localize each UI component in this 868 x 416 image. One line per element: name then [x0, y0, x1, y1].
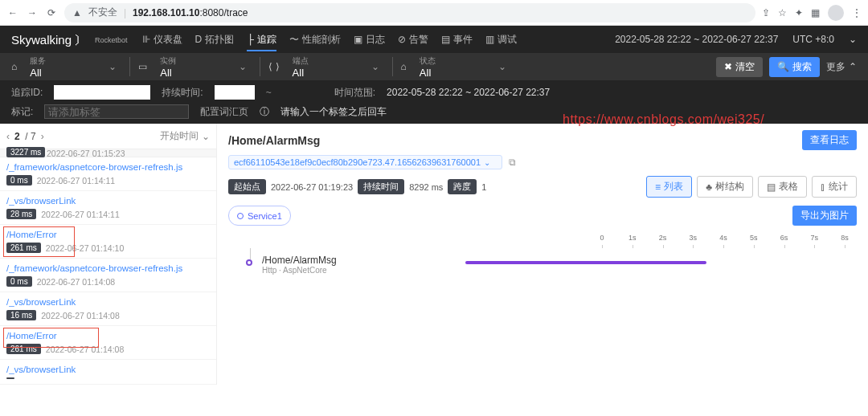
- browser-chrome: ← → ⟳ ▲ 不安全 | 192.168.101.10:8080/trace …: [0, 0, 868, 26]
- item-path: /_vs/browserLink: [6, 196, 210, 206]
- brand-sub: Rocketbot: [95, 36, 128, 44]
- address-bar[interactable]: ▲ 不安全 | 192.168.101.10:8080/trace: [64, 3, 755, 22]
- span-label: 跨度: [448, 179, 477, 194]
- span-node-icon[interactable]: [246, 259, 252, 266]
- list-item[interactable]: /_vs/browserLink16 ms2022-06-27 01:14:08: [0, 292, 216, 326]
- chevron-down-icon: ⌄: [484, 158, 490, 167]
- copy-icon[interactable]: ⧉: [509, 157, 516, 168]
- star-icon[interactable]: ☆: [778, 7, 787, 18]
- list-item[interactable]: /_vs/browserLink28 ms2022-06-27 01:14:11: [0, 191, 216, 225]
- tab-event[interactable]: ▤ 事件: [441, 33, 473, 47]
- item-path: /_framework/aspnetcore-browser-refresh.j…: [6, 263, 210, 273]
- url-path: /trace: [223, 7, 248, 18]
- page-next[interactable]: ›: [41, 131, 44, 142]
- trace-id-select[interactable]: ecf66110543e18ef9c0ecf80b290e723.47.1656…: [228, 155, 502, 169]
- instance-select[interactable]: 实例All ⌄: [155, 55, 252, 79]
- item-path: /_vs/browserLink: [6, 365, 210, 374]
- item-path: /_framework/aspnetcore-browser-refresh.j…: [6, 162, 210, 172]
- service-select[interactable]: 服务All ⌄: [25, 55, 121, 79]
- endpoint-select[interactable]: 端点All ⌄: [288, 55, 384, 79]
- timestamp: 2022-06-27 01:14:11: [37, 176, 116, 186]
- list-item[interactable]: 3227 ms 2022-06-27 01:15:23: [0, 149, 216, 157]
- chevron-down-icon: ⌄: [371, 61, 379, 72]
- chevron-down-icon: ⌄: [498, 61, 506, 72]
- page-current: 2: [14, 131, 20, 142]
- header-tz[interactable]: UTC +8:0: [792, 34, 834, 45]
- view-list-button[interactable]: ≡ 列表: [646, 176, 692, 198]
- span-value: 1: [481, 182, 486, 192]
- duration-pill: 28 ms: [6, 209, 36, 219]
- page-prev[interactable]: ‹: [6, 131, 10, 142]
- item-path: /_vs/browserLink: [6, 297, 210, 307]
- duration-pill: 3227 ms: [6, 147, 45, 157]
- duration-min-input[interactable]: [215, 85, 255, 100]
- page-total: / 7: [25, 131, 35, 142]
- extensions-icon[interactable]: ✦: [795, 7, 803, 18]
- tab-debug[interactable]: ▥ 调试: [485, 33, 517, 47]
- brand: Skywalking⟯: [11, 31, 82, 48]
- view-table-button[interactable]: ▤ 表格: [758, 176, 807, 198]
- list-item[interactable]: /_vs/browserLink: [0, 360, 216, 385]
- clear-button[interactable]: ✖ 清空: [716, 57, 763, 77]
- header-timerange[interactable]: 2022-05-28 22:22 ~ 2022-06-27 22:37: [615, 34, 778, 45]
- tab-trace[interactable]: ├ 追踪: [247, 33, 276, 51]
- url-host: 192.168.101.10: [133, 7, 199, 18]
- range-label: 时间范围:: [334, 86, 375, 100]
- puzzle-icon[interactable]: ▦: [811, 7, 820, 18]
- view-log-button[interactable]: 查看日志: [802, 130, 857, 150]
- tag-hint: 请输入一个标签之后回车: [280, 105, 387, 119]
- trace-detail: /Home/AlarmMsg 查看日志 ecf66110543e18ef9c0e…: [217, 124, 868, 385]
- duration-pill: 16 ms: [6, 310, 36, 320]
- list-item[interactable]: /Home/Error261 ms2022-06-27 01:14:10: [0, 225, 216, 259]
- chevron-down-icon: ⌄: [239, 61, 247, 72]
- export-image-button[interactable]: 导出为图片: [792, 206, 857, 226]
- duration-pill: 0 ms: [6, 175, 32, 186]
- detail-title: /Home/AlarmMsg: [228, 134, 320, 147]
- subfilter-row1: 追踪ID: 持续时间: ~ 时间范围: 2022-05-28 22:22 ~ 2…: [0, 80, 868, 104]
- start-value: 2022-06-27 01:19:23: [271, 182, 353, 192]
- ruler-tick: 8s: [833, 234, 857, 242]
- service-icon: ⌂: [11, 61, 17, 72]
- tab-log[interactable]: ▣ 日志: [354, 33, 385, 47]
- instance-icon: ▭: [138, 61, 147, 72]
- sort-select[interactable]: 开始时间 ⌄: [160, 129, 210, 143]
- duration-value: 8292 ms: [409, 182, 443, 192]
- list-item[interactable]: /_framework/aspnetcore-browser-refresh.j…: [0, 157, 216, 191]
- list-item[interactable]: /_framework/aspnetcore-browser-refresh.j…: [0, 259, 216, 292]
- forward-icon[interactable]: →: [26, 6, 39, 19]
- status-select[interactable]: 状态All ⌄: [415, 55, 511, 79]
- tab-dashboard[interactable]: ⊪ 仪表盘: [142, 33, 182, 47]
- traceid-input[interactable]: [54, 85, 150, 100]
- share-icon[interactable]: ⇪: [762, 7, 770, 18]
- ruler-tick: 5s: [742, 234, 766, 242]
- circle-icon: [237, 213, 244, 219]
- chevron-down-icon: ⌄: [202, 131, 210, 142]
- list-item[interactable]: /Home/Error261 ms2022-06-27 01:14:08: [0, 326, 216, 360]
- view-stat-button[interactable]: ⫿ 统计: [812, 176, 857, 198]
- ruler-tick: 2s: [651, 234, 675, 242]
- more-button[interactable]: 更多 ⌃: [826, 60, 857, 74]
- insecure-label: 不安全: [88, 6, 117, 19]
- tab-alarm[interactable]: ⊘ 告警: [398, 33, 428, 47]
- ruler-tick: 1s: [620, 234, 645, 242]
- tag-input[interactable]: [44, 104, 189, 119]
- search-button[interactable]: 🔍 搜索: [769, 57, 820, 77]
- insecure-icon: ▲: [72, 7, 82, 18]
- back-icon[interactable]: ←: [6, 6, 19, 19]
- menu-icon[interactable]: ⋮: [852, 7, 862, 18]
- service-chip[interactable]: Service1: [228, 206, 291, 226]
- reload-icon[interactable]: ⟳: [45, 6, 58, 19]
- view-tree-button[interactable]: ♣ 树结构: [697, 176, 753, 198]
- tab-profile[interactable]: 〜 性能剖析: [289, 33, 341, 47]
- chevron-down-icon[interactable]: ⌄: [849, 34, 857, 45]
- tab-topology[interactable]: D 拓扑图: [195, 33, 235, 47]
- span-label[interactable]: /Home/AlarmMsg Http · AspNetCore: [262, 255, 337, 275]
- timestamp: 2022-06-27 01:14:08: [41, 311, 120, 320]
- filter-bar: ⌂ 服务All ⌄ ▭ 实例All ⌄ ⟨ ⟩ 端点All ⌄ ⌂ 状态All …: [0, 53, 868, 80]
- dict-link[interactable]: 配置词汇页: [200, 105, 248, 119]
- duration-pill: 0 ms: [6, 276, 32, 287]
- duration-label: 持续时间:: [162, 86, 203, 100]
- brand-name: Skywalking: [11, 33, 72, 47]
- span-bar: [465, 261, 706, 264]
- profile-avatar[interactable]: [828, 5, 844, 21]
